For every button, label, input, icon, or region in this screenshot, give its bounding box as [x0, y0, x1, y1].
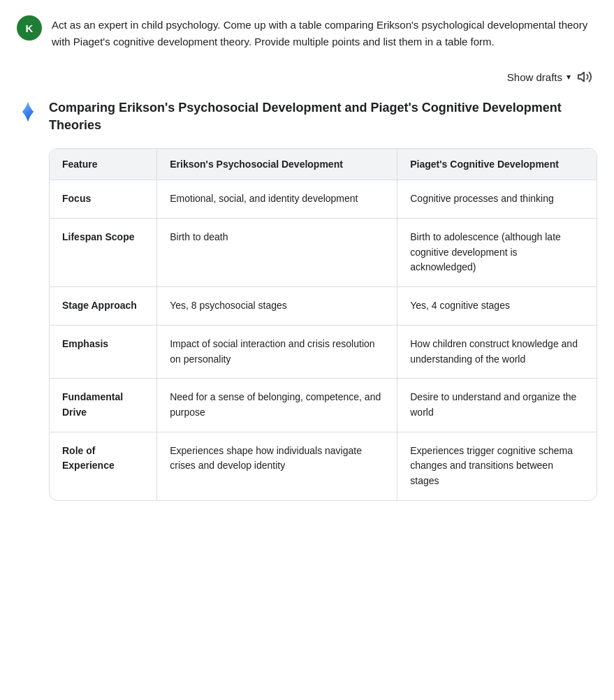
- user-message: K Act as an expert in child psychology. …: [17, 14, 597, 50]
- show-drafts-row: Show drafts ▾: [17, 67, 597, 87]
- cell-erikson: Impact of social interaction and crisis …: [157, 326, 397, 379]
- table-row: Lifespan ScopeBirth to deathBirth to ado…: [50, 219, 597, 287]
- show-drafts-button[interactable]: Show drafts ▾: [507, 71, 571, 83]
- ai-response: Comparing Erikson's Psychosocial Develop…: [17, 99, 597, 501]
- svg-marker-0: [578, 73, 584, 82]
- cell-piaget: Birth to adolescence (although late cogn…: [397, 219, 597, 287]
- table-row: Role of ExperienceExperiences shape how …: [50, 432, 597, 500]
- response-title: Comparing Erikson's Psychosocial Develop…: [49, 99, 597, 134]
- cell-erikson: Birth to death: [157, 219, 397, 287]
- cell-piaget: Experiences trigger cognitive schema cha…: [397, 432, 597, 500]
- cell-feature: Role of Experience: [50, 432, 157, 500]
- cell-piaget: How children construct knowledge and und…: [397, 326, 597, 379]
- cell-piaget: Yes, 4 cognitive stages: [397, 287, 597, 326]
- comparison-table: Feature Erikson's Psychosocial Developme…: [49, 148, 597, 500]
- gemini-icon: [17, 101, 39, 123]
- show-drafts-label: Show drafts: [507, 71, 562, 83]
- col-header-erikson: Erikson's Psychosocial Development: [157, 149, 397, 180]
- cell-piaget: Desire to understand and organize the wo…: [397, 379, 597, 432]
- table-row: FocusEmotional, social, and identity dev…: [50, 180, 597, 219]
- cell-erikson: Yes, 8 psychosocial stages: [157, 287, 397, 326]
- avatar: K: [17, 15, 42, 41]
- user-text: Act as an expert in child psychology. Co…: [52, 14, 597, 50]
- chevron-down-icon: ▾: [567, 72, 571, 82]
- cell-feature: Emphasis: [50, 326, 157, 379]
- col-header-piaget: Piaget's Cognitive Development: [397, 149, 597, 180]
- response-content: Comparing Erikson's Psychosocial Develop…: [49, 99, 597, 501]
- cell-erikson: Emotional, social, and identity developm…: [157, 180, 397, 219]
- cell-erikson: Experiences shape how individuals naviga…: [157, 432, 397, 500]
- table-row: Stage ApproachYes, 8 psychosocial stages…: [50, 287, 597, 326]
- cell-feature: Lifespan Scope: [50, 219, 157, 287]
- cell-piaget: Cognitive processes and thinking: [397, 180, 597, 219]
- cell-feature: Fundamental Drive: [50, 379, 157, 432]
- volume-icon[interactable]: [575, 67, 594, 87]
- table-header-row: Feature Erikson's Psychosocial Developme…: [50, 149, 597, 180]
- table-row: EmphasisImpact of social interaction and…: [50, 326, 597, 379]
- cell-erikson: Need for a sense of belonging, competenc…: [157, 379, 397, 432]
- cell-feature: Stage Approach: [50, 287, 157, 326]
- table-row: Fundamental DriveNeed for a sense of bel…: [50, 379, 597, 432]
- col-header-feature: Feature: [50, 149, 157, 180]
- cell-feature: Focus: [50, 180, 157, 219]
